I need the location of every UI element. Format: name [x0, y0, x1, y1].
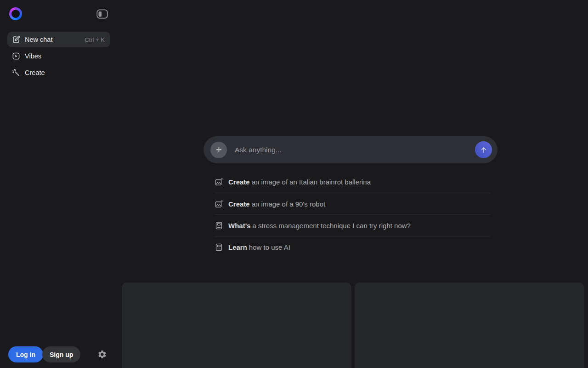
suggestion-text: Createan image of a 90's robot: [228, 200, 325, 208]
sidebar-item-new-chat[interactable]: New chat Ctrl + K: [7, 32, 110, 47]
suggestion-learn-ai[interactable]: Learnhow to use AI: [215, 236, 491, 258]
suggestion-stress-technique[interactable]: What'sa stress management technique I ca…: [215, 214, 491, 236]
gear-icon: [97, 350, 107, 359]
ask-anything-input[interactable]: [235, 146, 475, 154]
book-icon: [215, 243, 223, 252]
settings-button[interactable]: [96, 348, 108, 361]
sidebar-item-label: Create: [25, 69, 45, 76]
suggestion-rest: an image of a 90's robot: [252, 200, 325, 208]
suggestion-rest: how to use AI: [249, 243, 290, 251]
suggestion-text: Learnhow to use AI: [228, 243, 290, 251]
keyboard-shortcut: Ctrl + K: [85, 36, 105, 43]
arrow-up-icon: [480, 146, 488, 154]
sidebar-item-create[interactable]: Create: [7, 65, 110, 80]
signup-button[interactable]: Sign up: [42, 346, 80, 362]
plus-icon: [215, 146, 223, 154]
suggestion-lead: Learn: [228, 243, 247, 251]
prompt-suggestions-list: Createan image of an Italian brainrot ba…: [215, 171, 491, 258]
suggestion-text: Createan image of an Italian brainrot ba…: [228, 178, 371, 186]
attach-button[interactable]: [210, 142, 227, 158]
suggestion-lead: What's: [228, 222, 251, 230]
suggestion-rest: an image of an Italian brainrot ballerin…: [252, 178, 371, 186]
sidebar-item-vibes[interactable]: Vibes: [7, 48, 110, 64]
sidebar-toggle-button[interactable]: [95, 7, 109, 20]
magic-wand-icon: [12, 69, 20, 77]
suggestion-lead: Create: [228, 200, 250, 208]
image-plus-icon: [215, 200, 223, 208]
feed-card[interactable]: [355, 282, 584, 368]
vibes-play-icon: [12, 52, 20, 60]
ask-anything-composer: [204, 136, 498, 163]
app-logo[interactable]: [9, 7, 22, 20]
send-button[interactable]: [475, 141, 492, 158]
panel-toggle-icon: [96, 9, 108, 19]
suggestion-create-robot[interactable]: Createan image of a 90's robot: [215, 193, 491, 214]
image-plus-icon: [215, 178, 223, 186]
suggestion-create-ballerina[interactable]: Createan image of an Italian brainrot ba…: [215, 171, 491, 193]
new-chat-icon: [12, 35, 20, 44]
feed-card[interactable]: [122, 282, 351, 368]
book-icon: [215, 221, 223, 230]
suggestion-rest: a stress management technique I can try …: [253, 222, 411, 230]
suggestion-text: What'sa stress management technique I ca…: [228, 222, 411, 230]
suggestion-lead: Create: [228, 178, 250, 186]
sidebar-item-label: Vibes: [25, 52, 41, 60]
sidebar-item-label: New chat: [25, 36, 52, 43]
login-button[interactable]: Log in: [8, 346, 43, 362]
